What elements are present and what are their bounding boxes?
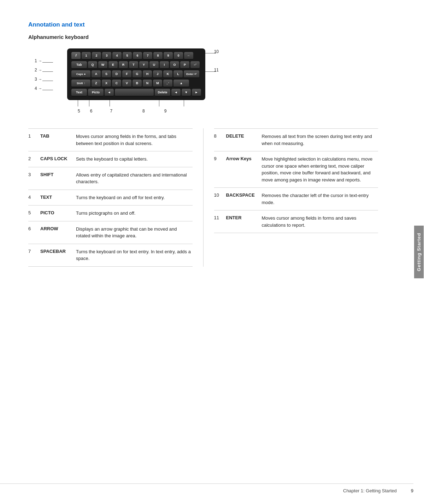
ref-row-4: 4 TEXT Turns the keyboard on and off for… [28, 190, 193, 206]
ref-row-11: 11 ENTER Moves cursor among fields in fo… [214, 210, 378, 233]
key-s: S [102, 70, 111, 78]
key-b: B [132, 80, 142, 87]
section-title: Annotation and text [28, 21, 378, 28]
ref-num-5: 5 [28, 210, 35, 215]
side-tab-label: Getting Started [414, 226, 424, 278]
ref-desc-8: Removes all text from the screen during … [262, 133, 378, 147]
key-comma: , ' [163, 80, 172, 87]
kb-row-4: Text Picto ◄ Delete ◄ ▼ ► [71, 89, 201, 97]
key-uparrow: ▲ [173, 80, 189, 87]
key-shift: Shift ↑ [71, 80, 90, 87]
key-p: P [180, 61, 189, 69]
tick-8 [159, 100, 159, 106]
annot-1: 1 → [35, 58, 42, 63]
ref-num-1: 1 [28, 133, 35, 139]
key-5: 5 [123, 52, 132, 60]
ref-num-6: 6 [28, 226, 35, 231]
kb-row-0: f 1 2 3 4 5 6 7 8 9 0 ← [71, 52, 201, 60]
ref-col-left: 1 TAB Moves cursor among fields in the f… [28, 128, 204, 267]
tick-3 [42, 81, 53, 81]
key-i: I [160, 61, 169, 69]
tick-1 [42, 62, 53, 63]
key-t: T [129, 61, 138, 69]
key-k: K [163, 70, 172, 78]
key-enter: Enter ↵ [184, 70, 199, 78]
ref-key-5: PICTO [40, 210, 70, 215]
tick-5 [78, 100, 78, 106]
ref-row-3: 3 SHIFT Allows entry of capitalized char… [28, 167, 193, 190]
ref-desc-3: Allows entry of capitalized characters a… [76, 172, 193, 185]
reference-table: 1 TAB Moves cursor among fields in the f… [28, 128, 378, 267]
annot-7: 7 [110, 109, 112, 114]
ref-num-2: 2 [28, 156, 35, 161]
ref-num-4: 4 [28, 194, 35, 200]
key-f: f [71, 52, 81, 60]
key-picto: Picto [88, 89, 104, 97]
kb-row-1: Tab Q W E R T Y U I O P –' [71, 61, 201, 69]
annot-3: 3 → [35, 77, 42, 82]
key-6: 6 [133, 52, 142, 60]
key-w: W [98, 61, 107, 69]
annot-8: 8 [142, 109, 145, 114]
page-container: Annotation and text Alphanumeric keyboar… [0, 0, 424, 504]
ref-col-right: 8 DELETE Removes all text from the scree… [204, 128, 378, 267]
ref-key-6: ARROW [40, 226, 70, 231]
tick-6 [89, 100, 89, 106]
key-x: X [102, 80, 111, 87]
ref-num-10: 10 [214, 192, 220, 198]
ref-key-10: BACKSPACE [226, 192, 256, 198]
ref-num-9: 9 [214, 156, 220, 161]
key-2: 2 [92, 52, 101, 60]
key-l: L [173, 70, 183, 78]
side-tab: Getting Started [413, 0, 424, 504]
ref-row-9: 9 Arrow Keys Move highlighted selection … [214, 151, 378, 188]
key-m: M [153, 80, 162, 87]
key-u: U [149, 61, 159, 69]
main-content: Annotation and text Alphanumeric keyboar… [0, 0, 399, 504]
keyboard-diagram: f 1 2 3 4 5 6 7 8 9 0 ← [67, 48, 205, 100]
ref-desc-1: Moves cursor among fields in the forms, … [76, 133, 193, 147]
key-rightarrow: ► [192, 89, 201, 97]
key-delete: Delete [155, 89, 170, 97]
ref-desc-2: Sets the keyboard to capital letters. [76, 156, 148, 163]
ref-num-3: 3 [28, 172, 35, 177]
keyboard-area: 1 → 2 → 3 → 4 → 10 11 f 1 2 3 4 5 [28, 48, 378, 100]
kb-row-2: Caps ● A S D F G H J K L Enter ↵ [71, 70, 201, 78]
key-9: 9 [164, 52, 173, 60]
ref-key-9: Arrow Keys [226, 156, 256, 161]
ref-key-1: TAB [40, 133, 70, 139]
key-r: R [119, 61, 128, 69]
ref-num-7: 7 [28, 248, 35, 254]
ref-desc-6: Displays an arrow graphic that can be mo… [76, 226, 193, 239]
ref-key-7: SPACEBAR [40, 248, 70, 254]
key-f2: F [122, 70, 131, 78]
key-h: H [143, 70, 152, 78]
key-7: 7 [143, 52, 152, 60]
annot-6: 6 [90, 109, 93, 114]
key-e: E [108, 61, 118, 69]
key-j: J [153, 70, 162, 78]
footer-chapter: Chapter 1: Getting Started [343, 488, 397, 493]
ref-num-8: 8 [214, 133, 220, 139]
ref-desc-5: Turns pictographs on and off. [76, 210, 135, 217]
key-a: A [92, 70, 101, 78]
ref-row-5: 5 PICTO Turns pictographs on and off. [28, 205, 193, 221]
ref-row-2: 2 CAPS LOCK Sets the keyboard to capital… [28, 151, 193, 167]
annot-5: 5 [78, 109, 80, 114]
key-caps: Caps ● [71, 70, 90, 78]
key-8: 8 [153, 52, 163, 60]
ref-row-10: 10 BACKSPACE Removes the character left … [214, 188, 378, 210]
ref-key-8: DELETE [226, 133, 256, 139]
key-z: Z [92, 80, 101, 87]
tick-10 [205, 53, 216, 53]
ref-row-8: 8 DELETE Removes all text from the scree… [214, 128, 378, 151]
key-y: Y [139, 61, 148, 69]
ref-desc-11: Moves cursor among fields in forms and s… [262, 215, 378, 228]
key-3: 3 [102, 52, 111, 60]
key-left2: ◄ [171, 89, 181, 97]
ref-row-1: 1 TAB Moves cursor among fields in the f… [28, 128, 193, 151]
key-downarrow: ▼ [182, 89, 191, 97]
key-arrow-left: ◄ [105, 89, 114, 97]
ref-desc-7: Turns the keyboard on for text entry. In… [76, 248, 193, 262]
key-d: D [112, 70, 121, 78]
